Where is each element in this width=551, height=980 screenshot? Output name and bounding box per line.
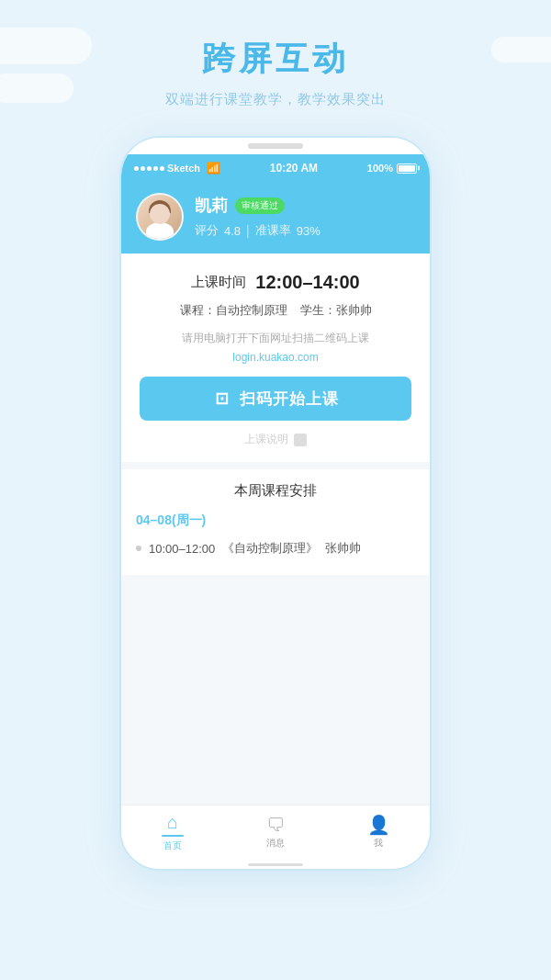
- page-subtitle: 双端进行课堂教学，教学效果突出: [0, 91, 551, 108]
- status-right: 100%: [367, 163, 417, 174]
- scan-button-label: 扫码开始上课: [240, 389, 339, 410]
- nav-item-home[interactable]: ⌂ 首页: [121, 805, 224, 860]
- signal-dot: [160, 166, 164, 171]
- home-indicator: [248, 863, 303, 866]
- profile-header: 凯莉 审核通过 评分 4.8 | 准课率 93%: [121, 182, 430, 253]
- avatar-head: [150, 204, 170, 224]
- phone-frame: Sketch 📶 10:20 AM 100%: [119, 136, 432, 871]
- profile-name-row: 凯莉 审核通过: [195, 195, 415, 217]
- avatar-image: [138, 195, 182, 239]
- battery-icon: [397, 163, 417, 174]
- bottom-nav: ⌂ 首页 🗨 消息 👤 我: [121, 805, 430, 860]
- class-time-row: 上课时间 12:00–14:00: [140, 272, 411, 293]
- phone-top: [121, 138, 430, 154]
- class-notice: 请用电脑打开下面网址扫描二维码上课: [140, 330, 411, 347]
- schedule-item-course: 《自动控制原理》: [222, 540, 318, 557]
- student-detail: 学生：张帅帅: [300, 302, 372, 319]
- phone-speaker: [248, 143, 303, 149]
- carrier-label: Sketch: [167, 163, 200, 174]
- phone-mockup: Sketch 📶 10:20 AM 100%: [0, 127, 551, 871]
- attendance-label: 准课率: [255, 222, 291, 239]
- schedule-date: 04–08(周一): [136, 513, 415, 529]
- class-details: 课程：自动控制原理 学生：张帅帅: [140, 302, 411, 319]
- header-area: 跨屏互动 双端进行课堂教学，教学效果突出: [0, 0, 551, 127]
- status-left: Sketch 📶: [134, 162, 220, 175]
- class-link[interactable]: login.kuakao.com: [140, 351, 411, 364]
- signal-dot: [153, 166, 158, 171]
- schedule-section: 本周课程安排 04–08(周一) 10:00–12:00 《自动控制原理》 张帅…: [121, 469, 430, 575]
- verified-badge: 审核通过: [235, 197, 285, 214]
- battery-fill: [399, 165, 415, 172]
- class-time-value: 12:00–14:00: [255, 272, 359, 293]
- content-area: 上课时间 12:00–14:00 课程：自动控制原理 学生：张帅帅 请用电脑打开…: [121, 253, 430, 805]
- battery-percent: 100%: [367, 163, 393, 174]
- wifi-icon: 📶: [207, 162, 220, 175]
- nav-home-label: 首页: [163, 839, 182, 852]
- nav-item-messages[interactable]: 🗨 消息: [224, 805, 327, 860]
- scan-button[interactable]: ⊡ 扫码开始上课: [140, 377, 411, 421]
- schedule-item: 10:00–12:00 《自动控制原理》 张帅帅: [136, 536, 415, 560]
- signal-dot: [141, 166, 145, 171]
- schedule-title: 本周课程安排: [136, 482, 415, 500]
- home-icon: ⌂: [167, 813, 178, 831]
- schedule-item-student: 张帅帅: [325, 540, 361, 557]
- status-bar: Sketch 📶 10:20 AM 100%: [121, 154, 430, 182]
- rating-label: 评分: [195, 222, 219, 239]
- note-icon: [294, 434, 307, 446]
- message-icon: 🗨: [266, 816, 285, 834]
- stat-divider: |: [246, 223, 250, 238]
- status-time: 10:20 AM: [270, 162, 318, 175]
- profile-name: 凯莉: [195, 195, 228, 217]
- nav-messages-label: 消息: [266, 837, 285, 850]
- phone-bottom: [121, 860, 430, 869]
- scan-icon: ⊡: [212, 389, 232, 409]
- avatar: [136, 193, 184, 241]
- signal-dot: [134, 166, 139, 171]
- nav-active-bar: [162, 835, 184, 837]
- schedule-dot: [136, 546, 141, 551]
- student-name: 张帅帅: [336, 303, 372, 317]
- rating-value: 4.8: [224, 224, 241, 238]
- class-card: 上课时间 12:00–14:00 课程：自动控制原理 学生：张帅帅 请用电脑打开…: [121, 253, 430, 462]
- class-note-row: 上课说明: [140, 432, 411, 447]
- signal-dot: [147, 166, 152, 171]
- profile-info: 凯莉 审核通过 评分 4.8 | 准课率 93%: [195, 195, 415, 239]
- profile-stats: 评分 4.8 | 准课率 93%: [195, 222, 415, 239]
- class-time-label: 上课时间: [191, 274, 246, 291]
- schedule-item-time: 10:00–12:00: [149, 542, 215, 556]
- course-name: 自动控制原理: [216, 303, 287, 317]
- student-label: 学生：: [300, 303, 336, 317]
- course-label: 课程：: [180, 303, 216, 317]
- profile-icon: 👤: [367, 816, 390, 834]
- avatar-body: [146, 222, 174, 241]
- signal-dots: [134, 166, 164, 171]
- bg-blob-1: [0, 28, 92, 64]
- bg-blob-3: [491, 37, 551, 62]
- bg-blob-2: [0, 73, 73, 103]
- nav-profile-label: 我: [374, 837, 383, 850]
- course-detail: 课程：自动控制原理: [180, 302, 287, 319]
- class-note-label: 上课说明: [244, 432, 288, 447]
- nav-item-profile[interactable]: 👤 我: [327, 805, 430, 860]
- attendance-value: 93%: [297, 224, 320, 238]
